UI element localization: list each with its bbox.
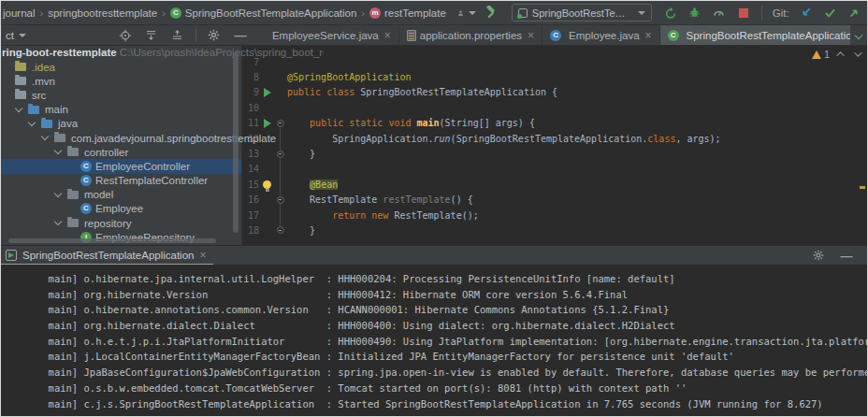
- tree-item[interactable]: CEmployeeController: [1, 159, 241, 173]
- fold-icon[interactable]: [277, 196, 284, 204]
- close-icon[interactable]: ×: [528, 29, 534, 42]
- inspections-widget[interactable]: 1: [812, 49, 860, 60]
- project-view-selector[interactable]: ct: [1, 30, 26, 41]
- chevron-down-icon[interactable]: [54, 147, 62, 154]
- tree-item[interactable]: src: [1, 88, 241, 102]
- breadcrumb-separator: ›: [40, 7, 44, 19]
- fold-icon[interactable]: [277, 120, 284, 127]
- tree-item[interactable]: main: [1, 103, 241, 117]
- tree-item-label: controller: [84, 147, 128, 158]
- debug-button[interactable]: [686, 4, 704, 22]
- profile-icon[interactable]: [457, 4, 476, 22]
- git-label: Git:: [773, 7, 789, 19]
- tree-item[interactable]: repository: [1, 216, 241, 230]
- console-line: main] org.hibernate.Version : HHH000412:…: [1, 287, 867, 303]
- console-line: main] o.hibernate.jpa.internal.util.LogH…: [1, 271, 867, 287]
- build-hammer-icon[interactable]: [482, 4, 500, 22]
- close-icon[interactable]: ×: [384, 29, 391, 42]
- git-push-button[interactable]: [846, 4, 864, 22]
- tree-item[interactable]: .idea: [1, 60, 241, 74]
- tree-item[interactable]: CEmployee: [1, 202, 241, 216]
- editor-tab[interactable]: application.properties×: [399, 25, 542, 45]
- tree-item[interactable]: .mvn: [1, 74, 241, 88]
- class-icon: C: [80, 161, 92, 172]
- ide-window: journal›springbootresttemplate›CSpringBo…: [0, 0, 868, 417]
- close-icon[interactable]: ×: [199, 249, 206, 262]
- tree-item[interactable]: CRestTemplateController: [1, 174, 241, 188]
- run-toolwindow-bar: SpringBootRestTemplateApplication × —: [1, 245, 867, 265]
- chevron-down-icon[interactable]: [15, 104, 22, 111]
- editor-tab[interactable]: CEmployee.java×: [542, 25, 659, 45]
- breadcrumb-item[interactable]: journal: [3, 7, 36, 19]
- run-tab[interactable]: SpringBootRestTemplateApplication ×: [1, 246, 213, 265]
- code-text: return new RestTemplate();: [287, 210, 479, 221]
- fold-icon[interactable]: [277, 226, 284, 234]
- tree-horizontal-scrollbar[interactable]: [8, 238, 216, 243]
- tree-item[interactable]: controller: [1, 145, 241, 159]
- console-output: main] o.hibernate.jpa.internal.util.LogH…: [1, 271, 867, 411]
- intention-bulb-icon[interactable]: [263, 180, 271, 189]
- package-icon: [67, 219, 79, 227]
- run-configuration-label: SpringBootRestTemplateApplication: [532, 7, 633, 19]
- code-line: 13 }: [242, 146, 867, 161]
- chevron-down-icon[interactable]: [54, 218, 62, 225]
- code-line: 15 @Bean: [242, 177, 867, 192]
- hide-panel-icon[interactable]: —: [231, 26, 250, 45]
- project-root-row[interactable]: ring-boot-resttemplate C:\Users\prash\Id…: [1, 46, 324, 60]
- chevron-down-icon[interactable]: [54, 190, 62, 197]
- class-icon: C: [80, 175, 92, 186]
- class-icon: C: [80, 203, 92, 214]
- stop-button[interactable]: [734, 4, 753, 22]
- chevron-down-icon[interactable]: [41, 133, 49, 140]
- console-settings-gear-icon[interactable]: [809, 246, 828, 265]
- tree-item-label: repository: [84, 218, 132, 229]
- project-tree-panel: ring-boot-resttemplate C:\Users\prash\Id…: [1, 46, 242, 245]
- gutter-cell: [259, 180, 275, 189]
- run-gutter-icon[interactable]: [264, 88, 271, 97]
- warning-icon: [812, 50, 821, 59]
- code-line: 11 public static void main(String[] args…: [242, 116, 867, 131]
- run-configuration-select[interactable]: SpringBootRestTemplateApplication: [512, 4, 652, 22]
- tab-label: EmployeeService.java: [272, 30, 379, 41]
- breadcrumb-item[interactable]: springbootresttemplate: [48, 7, 157, 19]
- run-console[interactable]: main] o.hibernate.jpa.internal.util.LogH…: [1, 265, 867, 416]
- tree-item[interactable]: com.javadevjournal.springbootresttemplat…: [1, 131, 241, 145]
- tree-item-label: Employee: [95, 203, 143, 214]
- tree-item[interactable]: model: [1, 188, 241, 202]
- code-text: public class SpringBootRestTemplateAppli…: [287, 87, 557, 97]
- line-number: 11: [242, 118, 259, 128]
- editor-tab[interactable]: EmployeeService.java×: [261, 25, 399, 45]
- console-line: main] j.LocalContainerEntityManagerFacto…: [1, 349, 867, 365]
- class-icon: C: [550, 30, 561, 41]
- settings-gear-icon[interactable]: [205, 26, 224, 45]
- tree-item-label: src: [32, 90, 46, 101]
- git-update-button[interactable]: [797, 4, 816, 22]
- console-line: main] org.hibernate.dialect.Dialect : HH…: [1, 318, 867, 334]
- chevron-down-icon[interactable]: [28, 119, 36, 126]
- project-root-path: C:\Users\prash\IdeaProjects\spring_boot_…: [117, 47, 324, 58]
- run-tab-label: SpringBootRestTemplateApplication: [22, 250, 194, 261]
- previous-warning-icon[interactable]: [836, 51, 844, 59]
- breadcrumb-item[interactable]: SpringBootRestTemplateApplication: [185, 7, 356, 19]
- rerun-button[interactable]: [661, 4, 680, 22]
- tab-label: application.properties: [420, 30, 522, 41]
- close-icon[interactable]: ×: [645, 29, 652, 42]
- fold-icon[interactable]: [277, 151, 284, 158]
- stop-icon: [739, 8, 748, 18]
- tree-item[interactable]: java: [1, 117, 241, 131]
- run-gutter-icon[interactable]: [264, 119, 271, 128]
- editor-tab[interactable]: CSpringBootRestTemplateApplication.java×: [660, 25, 850, 45]
- locate-file-icon[interactable]: [116, 26, 135, 45]
- expand-all-icon[interactable]: [142, 26, 161, 45]
- collapse-all-icon[interactable]: [168, 26, 187, 45]
- editor-tab-bar: EmployeeService.java×application.propert…: [261, 25, 850, 45]
- hide-console-icon[interactable]: —: [837, 246, 856, 265]
- breadcrumb-item[interactable]: restTemplate: [384, 7, 446, 19]
- folder-icon: [15, 63, 26, 71]
- code-editor[interactable]: 78@SpringBootApplication9public class Sp…: [242, 46, 867, 245]
- tree-vertical-scrollbar[interactable]: [233, 53, 239, 233]
- fold-cell: [275, 151, 285, 158]
- git-commit-button[interactable]: [821, 4, 840, 22]
- profiler-button[interactable]: [710, 4, 729, 22]
- more-tabs-chevron[interactable]: [850, 33, 867, 38]
